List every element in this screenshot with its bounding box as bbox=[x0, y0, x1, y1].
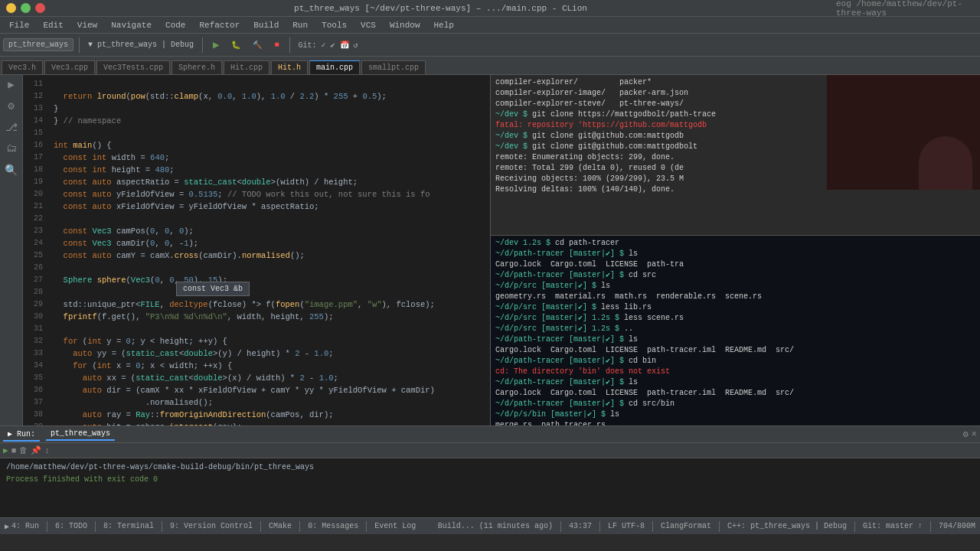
stop-run-button[interactable]: ■ bbox=[11, 446, 17, 455]
tab-sphereh[interactable]: Sphere.h bbox=[172, 60, 222, 74]
sidebar-structure-icon[interactable]: 🗂 bbox=[4, 142, 19, 158]
window-controls bbox=[6, 3, 45, 13]
status-messages[interactable]: 0: Messages bbox=[308, 522, 358, 530]
run-toolbar: ▶ ■ 🗑 📌 ↕ bbox=[0, 443, 980, 458]
sidebar-find-icon[interactable]: 🔍 bbox=[4, 164, 19, 179]
bottom-panel: ▶ Run: pt_three_ways ⚙ × ▶ ■ 🗑 📌 ↕ /home… bbox=[0, 425, 980, 517]
menu-window[interactable]: Window bbox=[384, 19, 426, 31]
toolbar-sep-2 bbox=[202, 37, 203, 53]
run-path: /home/matthew/dev/pt-three-ways/cmake-bu… bbox=[6, 463, 314, 471]
status-bar: ▶ 4: Run 6: TODO 8: Terminal 9: Version … bbox=[0, 517, 980, 534]
line-numbers: 11 12 13 14 15 16 17 18 19 20 21 22 23 2… bbox=[23, 75, 47, 425]
status-terminal[interactable]: 8: Terminal bbox=[103, 522, 154, 530]
run-panel-close[interactable]: × bbox=[972, 429, 977, 440]
close-button[interactable] bbox=[35, 3, 45, 13]
terminal-top-area: compiler-explorer/ packer* compiler-expl… bbox=[491, 75, 980, 236]
maximize-button[interactable] bbox=[21, 3, 31, 13]
run-tab-run[interactable]: ▶ Run: bbox=[3, 428, 40, 442]
tab-hitcpp[interactable]: Hit.cpp bbox=[224, 60, 270, 74]
clear-run-button[interactable]: 🗑 bbox=[19, 445, 28, 455]
title-bar-right: eog /home/matthew/dev/pt-three-ways bbox=[836, 0, 974, 18]
menu-code[interactable]: Code bbox=[159, 19, 191, 31]
status-vcs[interactable]: 9: Version Control bbox=[170, 522, 253, 530]
status-formatter: ClangFormat bbox=[661, 522, 711, 530]
config-label: ▼ pt_three_ways | Debug bbox=[85, 41, 197, 49]
title-bar: pt_three_ways [~/dev/pt-three-ways] – ..… bbox=[0, 0, 980, 17]
stop-button[interactable]: ■ bbox=[270, 39, 283, 51]
run-exit-line: Process finished with exit code 0 bbox=[6, 474, 974, 486]
tab-maincpp[interactable]: main.cpp bbox=[309, 60, 360, 74]
run-panel-settings[interactable]: ⚙ bbox=[963, 429, 969, 440]
menu-file[interactable]: File bbox=[3, 19, 35, 31]
status-run[interactable]: ▶ 4: Run bbox=[5, 522, 39, 531]
window-title: pt_three_ways [~/dev/pt-three-ways] – ..… bbox=[45, 4, 836, 13]
project-selector[interactable]: pt_three_ways bbox=[3, 38, 74, 51]
menu-tools[interactable]: Tools bbox=[315, 19, 353, 31]
status-git: Git: master ↑ bbox=[863, 522, 923, 530]
menu-edit[interactable]: Edit bbox=[37, 19, 69, 31]
rerun-button[interactable]: ▶ bbox=[3, 445, 8, 455]
debug-button[interactable]: 🐛 bbox=[227, 39, 245, 51]
toolbar-sep-1 bbox=[79, 37, 80, 53]
scroll-run-button[interactable]: ↕ bbox=[44, 446, 50, 455]
tooltip-text: const Vec3 &b bbox=[183, 285, 243, 293]
menu-navigate[interactable]: Navigate bbox=[105, 19, 158, 31]
tab-hith[interactable]: Hit.h bbox=[271, 60, 308, 74]
run-path-line: /home/matthew/dev/pt-three-ways/cmake-bu… bbox=[6, 461, 974, 474]
tooltip: const Vec3 &b bbox=[176, 282, 250, 296]
tab-smallptcpp[interactable]: smallpt.cpp bbox=[361, 60, 426, 74]
status-cmake[interactable]: CMake bbox=[269, 522, 292, 530]
tabs-bar: Vec3.h Vec3.cpp Vec3Tests.cpp Sphere.h H… bbox=[0, 57, 980, 75]
status-eventlog[interactable]: Event Log bbox=[374, 522, 416, 530]
tab-vec3testscpp[interactable]: Vec3Tests.cpp bbox=[96, 60, 170, 74]
menu-refactor[interactable]: Refactor bbox=[193, 19, 246, 31]
terminal-top-text: compiler-explorer/ packer* compiler-expl… bbox=[491, 75, 828, 197]
pin-run-button[interactable]: 📌 bbox=[31, 445, 41, 455]
toolbar: pt_three_ways ▼ pt_three_ways | Debug ▶ … bbox=[0, 34, 980, 57]
webcam-display bbox=[827, 75, 980, 190]
run-exit-msg: Process finished with exit code 0 bbox=[6, 475, 158, 484]
status-todo[interactable]: 6: TODO bbox=[55, 522, 87, 530]
sidebar-run-icon[interactable]: ▶ bbox=[4, 78, 19, 93]
webcam-person-feed bbox=[827, 75, 980, 190]
status-mem: 704/800M bbox=[939, 522, 975, 530]
status-lang: C++: pt_three_ways | Debug bbox=[727, 522, 847, 530]
sidebar-vcs-icon[interactable]: ⎇ bbox=[4, 121, 19, 136]
run-tab-project[interactable]: pt_three_ways bbox=[46, 428, 115, 441]
run-button[interactable]: ▶ bbox=[208, 37, 224, 53]
sidebar-debug-icon[interactable]: ⚙ bbox=[4, 99, 19, 115]
git-status: Git: ✓ ✔ 📅 ↺ bbox=[296, 41, 361, 50]
eog-title: eog /home/matthew/dev/pt-three-ways bbox=[836, 0, 974, 18]
run-tabs-bar: ▶ Run: pt_three_ways ⚙ × bbox=[0, 426, 980, 443]
toolbar-sep-3 bbox=[289, 37, 290, 53]
status-encoding: LF UTF-8 bbox=[608, 522, 645, 530]
menu-build[interactable]: Build bbox=[247, 19, 285, 31]
build-button[interactable]: 🔨 bbox=[248, 39, 266, 51]
menu-run[interactable]: Run bbox=[286, 19, 314, 31]
code-content[interactable]: return lround(pow(std::clamp(x, 0.0, 1.0… bbox=[47, 75, 490, 425]
menu-bar: File Edit View Navigate Code Refactor Bu… bbox=[0, 17, 980, 34]
code-editor[interactable]: 11 12 13 14 15 16 17 18 19 20 21 22 23 2… bbox=[23, 75, 490, 425]
menu-view[interactable]: View bbox=[71, 19, 103, 31]
status-build-info: Build... (11 minutes ago) bbox=[438, 522, 553, 530]
menu-vcs[interactable]: VCS bbox=[354, 19, 382, 31]
left-sidebar: ▶ ⚙ ⎇ 🗂 🔍 bbox=[0, 75, 23, 425]
person-silhouette bbox=[919, 136, 972, 190]
minimize-button[interactable] bbox=[6, 3, 16, 13]
run-content: /home/matthew/dev/pt-three-ways/cmake-bu… bbox=[0, 458, 980, 517]
status-cursor: 43:37 bbox=[569, 522, 592, 530]
right-panel: compiler-explorer/ packer* compiler-expl… bbox=[490, 75, 980, 425]
run-icon: ▶ bbox=[5, 522, 9, 531]
tab-vec3cpp[interactable]: Vec3.cpp bbox=[44, 60, 95, 74]
tab-vec3h[interactable]: Vec3.h bbox=[2, 60, 43, 74]
terminal-output[interactable]: ~/dev 1.2s $ cd path-tracer ~/d/path-tra… bbox=[491, 236, 980, 425]
editor-content: 11 12 13 14 15 16 17 18 19 20 21 22 23 2… bbox=[23, 75, 490, 425]
menu-help[interactable]: Help bbox=[428, 19, 460, 31]
